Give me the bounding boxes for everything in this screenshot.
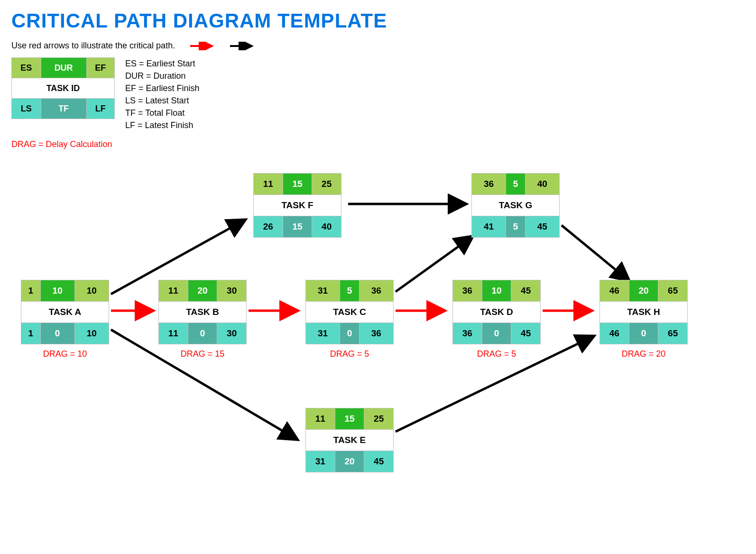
legend-definitions: ES = Earliest Start DUR = Duration EF = … (125, 57, 200, 132)
lf: 45 (511, 323, 541, 344)
tf: 20 (335, 451, 364, 472)
tf: 15 (283, 216, 312, 237)
es: 11 (254, 173, 283, 194)
task-name: TASK D (453, 301, 541, 323)
legend-es: ES (12, 58, 41, 78)
ls: 41 (472, 216, 506, 237)
tf: 5 (506, 216, 526, 237)
legend-ls: LS (12, 99, 41, 119)
node-task-a[interactable]: 11010 TASK A 1010 DRAG = 10 (21, 280, 109, 359)
legend-task: TASK ID (12, 78, 115, 99)
drag-label: DRAG = 5 (452, 349, 541, 359)
dur: 15 (283, 173, 312, 194)
es: 46 (600, 280, 629, 301)
ef: 25 (364, 408, 394, 429)
lf: 45 (364, 451, 394, 472)
instruction-line: Use red arrows to illustrate the critica… (11, 41, 745, 51)
task-name: TASK G (472, 194, 560, 216)
drag-label: DRAG = 5 (305, 349, 394, 359)
ef: 36 (359, 280, 393, 301)
drag-definition: DRAG = Delay Calculation (11, 139, 745, 149)
task-name: TASK E (306, 429, 394, 451)
arrow-sample-black (229, 42, 255, 50)
es: 11 (306, 408, 335, 429)
ef: 10 (74, 280, 109, 301)
node-task-e[interactable]: 111525 TASK E 312045 (305, 408, 394, 472)
task-name: TASK A (21, 301, 109, 323)
tf: 0 (482, 323, 511, 344)
node-task-f[interactable]: 111525 TASK F 261540 (253, 173, 341, 238)
drag-label: DRAG = 15 (158, 349, 247, 359)
node-task-d[interactable]: 361045 TASK D 36045 DRAG = 5 (452, 280, 541, 359)
ef: 25 (312, 173, 341, 194)
ef: 30 (217, 280, 247, 301)
arrow-sample-red (189, 42, 215, 50)
task-name: TASK C (306, 301, 394, 323)
es: 36 (472, 173, 506, 194)
tf: 0 (340, 323, 360, 344)
es: 36 (453, 280, 482, 301)
dur: 5 (506, 173, 526, 194)
legend-dur: DUR (41, 58, 86, 78)
legend-lf: LF (86, 99, 114, 119)
node-task-b[interactable]: 112030 TASK B 11030 DRAG = 15 (158, 280, 247, 359)
legend-node: ES DUR EF TASK ID LS TF LF (11, 57, 115, 119)
node-task-h[interactable]: 462065 TASK H 46065 DRAG = 20 (599, 280, 688, 359)
tf: 0 (629, 323, 658, 344)
task-name: TASK H (600, 301, 688, 323)
tf: 0 (188, 323, 217, 344)
task-name: TASK B (159, 301, 247, 323)
lf: 45 (525, 216, 559, 237)
dur: 15 (335, 408, 364, 429)
instruction-text: Use red arrows to illustrate the critica… (11, 41, 175, 51)
ls: 46 (600, 323, 629, 344)
def-ls: LS = Latest Start (125, 94, 200, 107)
arrow-g-h (562, 225, 628, 280)
dur: 20 (188, 280, 217, 301)
drag-label: DRAG = 20 (599, 349, 688, 359)
lf: 10 (74, 323, 109, 344)
diagram-canvas: 11010 TASK A 1010 DRAG = 10 112030 TASK … (11, 149, 742, 510)
ls: 31 (306, 451, 335, 472)
def-tf: TF = Total Float (125, 107, 200, 119)
lf: 40 (312, 216, 341, 237)
ls: 1 (21, 323, 41, 344)
ls: 36 (453, 323, 482, 344)
es: 11 (159, 280, 188, 301)
ef: 45 (511, 280, 541, 301)
ls: 31 (306, 323, 340, 344)
ls: 26 (254, 216, 283, 237)
ef: 65 (658, 280, 688, 301)
legend-tf: TF (41, 99, 86, 119)
es: 31 (306, 280, 340, 301)
ef: 40 (525, 173, 559, 194)
page-title: CRITICAL PATH DIAGRAM TEMPLATE (11, 9, 745, 32)
task-name: TASK F (254, 194, 341, 216)
tf: 0 (40, 323, 74, 344)
lf: 30 (217, 323, 247, 344)
node-task-g[interactable]: 36540 TASK G 41545 (471, 173, 560, 238)
dur: 5 (340, 280, 360, 301)
es: 1 (21, 280, 41, 301)
node-task-c[interactable]: 31536 TASK C 31036 DRAG = 5 (305, 280, 394, 359)
dur: 10 (40, 280, 74, 301)
def-dur: DUR = Duration (125, 70, 200, 82)
lf: 36 (359, 323, 393, 344)
dur: 10 (482, 280, 511, 301)
lf: 65 (658, 323, 688, 344)
dur: 20 (629, 280, 658, 301)
ls: 11 (159, 323, 188, 344)
def-ef: EF = Earliest Finish (125, 82, 200, 94)
drag-label: DRAG = 10 (21, 349, 109, 359)
legend-ef: EF (86, 58, 114, 78)
def-lf: LF = Latest Finish (125, 119, 200, 131)
def-es: ES = Earliest Start (125, 57, 200, 70)
